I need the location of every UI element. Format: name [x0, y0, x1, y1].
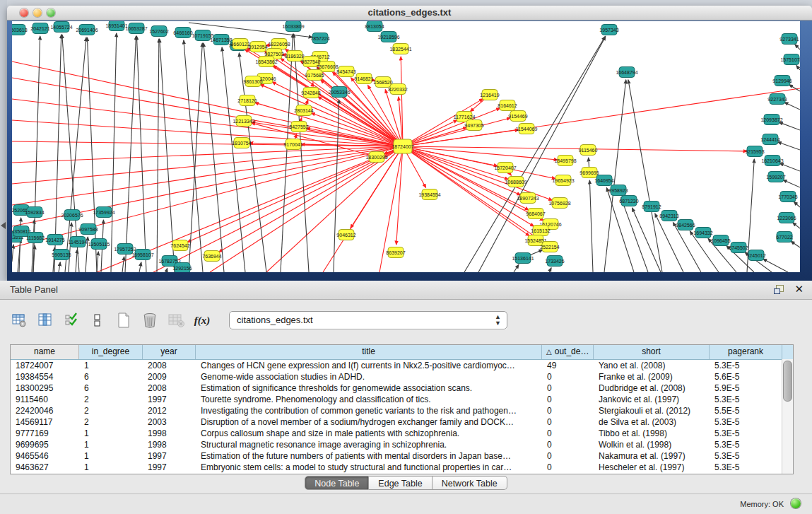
- table-cell[interactable]: 6: [79, 371, 143, 382]
- network-node[interactable]: 10756928: [548, 198, 570, 209]
- network-node[interactable]: 1810754: [232, 138, 251, 148]
- scrollbar-thumb[interactable]: [783, 361, 792, 402]
- table-row[interactable]: 1456911722003Disruption of a novel membe…: [11, 416, 793, 428]
- table-cell[interactable]: 5.3E-5: [710, 394, 782, 405]
- column-header-short[interactable]: short: [594, 345, 710, 359]
- table-cell[interactable]: 0: [542, 405, 594, 416]
- table-cell[interactable]: 9777169: [11, 428, 79, 439]
- network-node[interactable]: 1640954: [594, 175, 613, 186]
- table-cell[interactable]: 2: [79, 394, 143, 405]
- network-node[interactable]: 677022: [776, 232, 792, 243]
- show-columns-icon[interactable]: [36, 311, 54, 329]
- table-row[interactable]: 946554611997Estimation of the future num…: [11, 450, 793, 462]
- table-cell[interactable]: 0: [542, 382, 594, 394]
- network-node[interactable]: 8220332: [388, 84, 407, 95]
- table-cell[interactable]: 5.9E-5: [710, 382, 782, 394]
- network-node[interactable]: 7624542: [170, 240, 189, 251]
- table-cell[interactable]: 1997: [143, 462, 196, 473]
- table-cell[interactable]: Tibbo et al. (1998): [594, 428, 710, 439]
- network-node[interactable]: 8912954: [248, 42, 267, 52]
- network-node[interactable]: 9242848: [301, 88, 320, 98]
- network-node[interactable]: 1770345: [778, 192, 797, 202]
- network-node[interactable]: 16033809: [282, 21, 304, 32]
- table-cell[interactable]: 0: [542, 428, 594, 439]
- table-cell[interactable]: 0: [542, 462, 594, 473]
- table-cell[interactable]: 1: [79, 428, 143, 439]
- table-cell[interactable]: 2008: [143, 360, 196, 371]
- table-cell[interactable]: 49: [542, 360, 594, 371]
- table-cell[interactable]: 0: [542, 394, 594, 405]
- table-cell[interactable]: 2012: [143, 405, 196, 416]
- table-cell[interactable]: 2009: [143, 371, 196, 382]
- network-node[interactable]: 20053346: [328, 87, 350, 98]
- table-settings-icon[interactable]: [10, 311, 28, 329]
- network-node[interactable]: 18300295: [365, 152, 387, 163]
- table-cell[interactable]: Yano et al. (2008): [594, 360, 710, 371]
- table-row[interactable]: 977716911998Corpus callosum shape and si…: [11, 428, 793, 439]
- network-node[interactable]: 16648794: [616, 67, 637, 78]
- network-node[interactable]: 9245012: [746, 250, 765, 261]
- network-node[interactable]: 1503618: [12, 25, 28, 35]
- table-cell[interactable]: 1: [79, 450, 143, 462]
- table-cell[interactable]: 5.3E-5: [710, 416, 782, 428]
- table-cell[interactable]: Jankovic et al. (1997): [594, 394, 710, 405]
- table-row[interactable]: 1830029562008Estimation of significance …: [11, 382, 793, 394]
- network-node[interactable]: 8958923: [608, 185, 628, 196]
- table-cell[interactable]: 0: [542, 416, 594, 428]
- network-node[interactable]: 18931401: [105, 21, 127, 31]
- table-cell[interactable]: 2: [79, 405, 143, 416]
- table-cell[interactable]: 0: [542, 371, 594, 382]
- network-node[interactable]: 9684067: [526, 209, 545, 219]
- network-node[interactable]: 1115682: [26, 233, 45, 243]
- network-node[interactable]: 18325441: [389, 44, 411, 54]
- network-canvas[interactable]: 1872400715036182042121140557242069140618…: [12, 21, 800, 272]
- network-node[interactable]: 2718120: [237, 95, 257, 106]
- table-row[interactable]: 1872400712008Changes of HCN gene express…: [11, 360, 793, 371]
- table-cell[interactable]: Disruption of a novel member of a sodium…: [196, 416, 542, 428]
- table-cell[interactable]: 1998: [143, 439, 196, 450]
- table-cell[interactable]: 22420046: [11, 405, 79, 416]
- network-node[interactable]: 9215953: [745, 146, 764, 157]
- delete-table-icon[interactable]: [141, 311, 159, 329]
- table-cell[interactable]: 1: [79, 360, 143, 371]
- function-builder-icon[interactable]: f(x): [193, 311, 211, 329]
- network-node[interactable]: 11544069: [516, 124, 538, 134]
- network-node[interactable]: 1216419: [480, 90, 499, 100]
- network-node[interactable]: 9273341: [779, 34, 799, 45]
- table-cell[interactable]: 5.3E-5: [710, 450, 782, 462]
- column-header-year[interactable]: year: [143, 345, 196, 359]
- network-node[interactable]: 8791912: [642, 201, 661, 212]
- table-cell[interactable]: 2: [79, 416, 143, 428]
- network-node[interactable]: 8639207: [386, 247, 405, 258]
- network-node[interactable]: 6466160: [173, 28, 192, 38]
- network-node[interactable]: 9046312: [336, 230, 355, 240]
- network-node[interactable]: 1615132: [531, 226, 550, 236]
- table-cell[interactable]: 1: [79, 462, 143, 473]
- network-node[interactable]: 1694332: [693, 228, 712, 238]
- network-node[interactable]: 18907243: [517, 193, 539, 204]
- table-cell[interactable]: 5.6E-5: [710, 371, 782, 382]
- network-node[interactable]: 15720407: [494, 163, 516, 173]
- network-node[interactable]: 1599207: [766, 172, 785, 182]
- network-node[interactable]: 1914275: [45, 235, 64, 245]
- network-node[interactable]: 15751074: [780, 54, 800, 65]
- column-header-title[interactable]: title: [196, 345, 542, 359]
- table-cell[interactable]: 1997: [143, 450, 196, 462]
- network-node[interactable]: 9175685: [305, 70, 324, 81]
- network-node[interactable]: 2803144: [294, 105, 313, 116]
- network-node[interactable]: 1096455: [711, 235, 730, 246]
- table-cell[interactable]: 18300295: [11, 382, 79, 394]
- table-cell[interactable]: 5.5E-5: [710, 405, 782, 416]
- table-cell[interactable]: 1998: [143, 428, 196, 439]
- network-window-titlebar[interactable]: citations_edges.txt: [7, 6, 812, 21]
- table-cell[interactable]: 1997: [143, 394, 196, 405]
- table-cell[interactable]: Dudbridge et al. (2008): [594, 382, 710, 394]
- table-cell[interactable]: 9463627: [11, 462, 79, 473]
- network-node[interactable]: 9129946: [772, 76, 792, 86]
- table-cell[interactable]: 2003: [143, 416, 196, 428]
- table-row[interactable]: 911546021997Tourette syndrome. Phenomeno…: [11, 394, 793, 405]
- network-node[interactable]: 1145194: [69, 237, 88, 247]
- network-node[interactable]: 1592834: [25, 207, 44, 218]
- table-cell[interactable]: Hescheler et al. (1997): [594, 462, 710, 473]
- network-node[interactable]: 15136141: [512, 253, 534, 264]
